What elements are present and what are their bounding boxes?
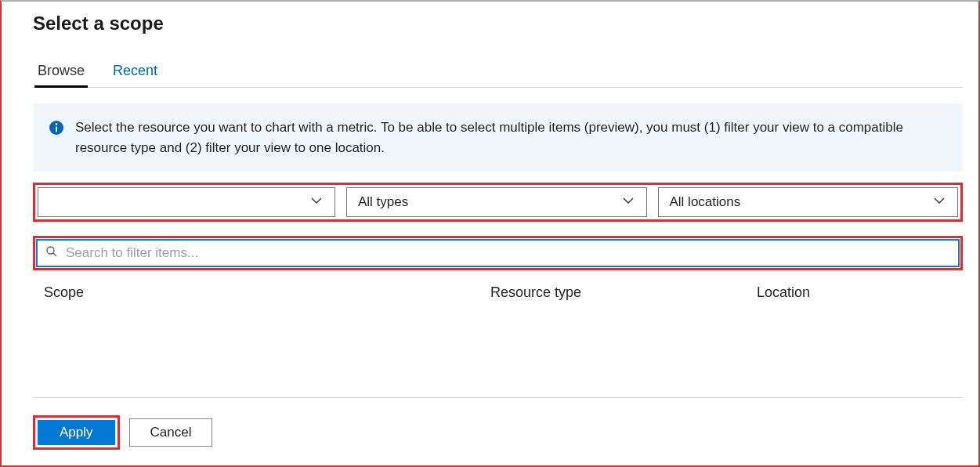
tab-recent[interactable]: Recent: [113, 63, 157, 87]
search-field-wrapper: [37, 240, 959, 266]
search-input[interactable]: [66, 245, 950, 261]
column-headers: Scope Resource type Location: [33, 284, 963, 301]
apply-button[interactable]: Apply: [38, 420, 115, 445]
svg-point-3: [47, 247, 54, 254]
info-icon: [49, 120, 64, 136]
column-header-scope: Scope: [44, 284, 490, 301]
panel-title: Select a scope: [33, 13, 963, 34]
resource-type-dropdown[interactable]: All types: [346, 187, 647, 217]
tabs: Browse Recent: [33, 63, 963, 88]
info-text: Select the resource you want to chart wi…: [75, 118, 947, 157]
svg-rect-1: [56, 127, 57, 132]
footer-separator: [33, 397, 963, 398]
filter-row-highlight: All types All locations: [33, 183, 963, 222]
resource-type-dropdown-value: All types: [358, 194, 408, 210]
svg-point-2: [56, 123, 58, 125]
location-dropdown-value: All locations: [670, 194, 741, 210]
search-icon: [45, 245, 58, 261]
chevron-down-icon: [309, 194, 324, 212]
search-highlight: [33, 236, 963, 270]
results-area: [33, 301, 963, 397]
column-header-location: Location: [757, 284, 963, 301]
apply-highlight: Apply: [33, 415, 120, 450]
chevron-down-icon: [932, 194, 946, 212]
cancel-button[interactable]: Cancel: [129, 418, 213, 447]
svg-line-4: [53, 253, 56, 256]
tab-browse[interactable]: Browse: [38, 63, 85, 87]
subscription-dropdown[interactable]: [38, 187, 335, 217]
select-scope-panel: Select a scope Browse Recent Select the …: [0, 0, 980, 467]
column-header-resource-type: Resource type: [490, 284, 757, 301]
footer-actions: Apply Cancel: [33, 415, 963, 450]
chevron-down-icon: [621, 194, 635, 212]
info-banner: Select the resource you want to chart wi…: [33, 103, 963, 172]
location-dropdown[interactable]: All locations: [658, 187, 959, 217]
